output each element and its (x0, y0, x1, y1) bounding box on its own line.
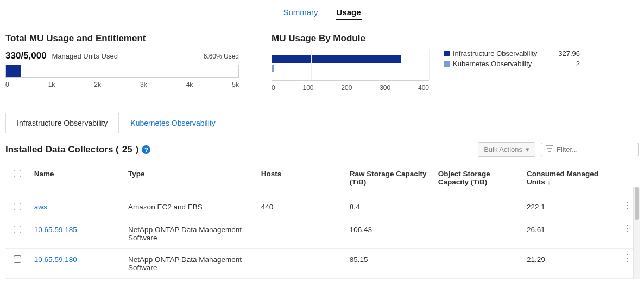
vertical-scrollbar[interactable] (633, 187, 640, 279)
col-obj[interactable]: Object Storage Capacity (TiB) (434, 164, 522, 196)
collector-raw: 106.43 (345, 219, 434, 249)
kebab-icon: ⋯ (625, 253, 630, 264)
filter-box[interactable] (541, 143, 639, 156)
filter-input[interactable] (557, 145, 634, 153)
swatch-icon (444, 61, 450, 67)
axis-tick: 200 (341, 84, 352, 92)
tab-usage[interactable]: Usage (336, 5, 362, 20)
filter-icon (546, 145, 553, 153)
collector-cmu: 26.61 (522, 219, 616, 249)
select-all-checkbox[interactable] (14, 170, 21, 177)
collectors-table-wrap: Name Type Hosts Raw Storage Capacity (Ti… (5, 164, 639, 279)
module-usage-bars (272, 50, 429, 81)
sub-tab-infrastructure[interactable]: Infrastructure Observability (5, 113, 119, 133)
total-usage-bar (5, 65, 239, 78)
table-row: aws Amazon EC2 and EBS 440 8.4 222.1 ⋯ (5, 196, 639, 219)
collector-cmu: 21.29 (522, 249, 616, 279)
axis-tick: 4k (186, 81, 193, 88)
collector-obj (434, 219, 522, 249)
axis-tick: 0 (272, 84, 275, 92)
collectors-title-suffix: ) (136, 144, 139, 155)
bulk-actions-label: Bulk Actions (484, 145, 522, 153)
collector-raw: 8.4 (345, 196, 434, 219)
module-usage-heading: MU Usage By Module (272, 33, 429, 44)
collector-type: NetApp ONTAP Data Management Software (124, 219, 257, 249)
col-type[interactable]: Type (124, 164, 257, 196)
module-usage-panel: MU Usage By Module 0 100 200 300 400 (272, 33, 429, 92)
axis-tick: 5k (232, 81, 239, 88)
sub-tab-kubernetes[interactable]: Kubernetes Observability (119, 113, 226, 133)
axis-tick: 100 (302, 84, 313, 92)
collector-hosts (257, 219, 345, 249)
scroll-thumb[interactable] (635, 187, 639, 220)
axis-tick: 300 (380, 84, 390, 92)
total-usage-axis: 0 1k 2k 3k 4k 5k (5, 81, 239, 88)
module-usage-axis: 0 100 200 300 400 (272, 84, 429, 92)
legend-label: Infrastructure Observability (453, 49, 537, 57)
total-usage-heading: Total MU Usage and Entitlement (5, 33, 239, 44)
legend-value: 2 (576, 60, 580, 68)
total-used-value: 330 (5, 50, 21, 61)
collector-name-link[interactable]: 10.65.59.185 (34, 226, 77, 234)
help-icon[interactable]: ? (142, 145, 150, 154)
collectors-count: 25 (122, 144, 132, 155)
collector-hosts (257, 249, 345, 279)
module-bar-k8s (272, 65, 274, 72)
swatch-icon (444, 51, 450, 56)
collector-raw: 85.15 (345, 249, 434, 279)
sub-tabs: Infrastructure Observability Kubernetes … (5, 112, 639, 133)
total-usage-panel: Total MU Usage and Entitlement 330/5,000… (5, 33, 239, 92)
module-legend: Infrastructure Observability 327.96 Kube… (444, 33, 639, 92)
legend-row-k8s: Kubernetes Observability 2 (444, 59, 580, 69)
axis-tick: 2k (94, 81, 101, 88)
module-bar-infra (272, 55, 401, 63)
total-limit-value: 5,000 (23, 50, 47, 61)
table-row: 10.65.59.180 NetApp ONTAP Data Managemen… (5, 249, 639, 279)
legend-row-infra: Infrastructure Observability 327.96 (444, 48, 580, 59)
row-checkbox[interactable] (14, 226, 21, 233)
collector-type: NetApp ONTAP Data Management Software (124, 249, 257, 279)
kebab-icon: ⋯ (625, 201, 630, 211)
collector-name-link[interactable]: aws (34, 203, 47, 211)
col-raw[interactable]: Raw Storage Capacity (TiB) (345, 164, 434, 196)
collector-cmu: 222.1 (522, 196, 616, 219)
col-hosts[interactable]: Hosts (257, 164, 345, 196)
collector-obj (434, 196, 522, 219)
row-checkbox[interactable] (14, 255, 21, 263)
collector-obj (434, 249, 522, 279)
kebab-icon: ⋯ (625, 223, 630, 234)
axis-tick: 0 (5, 81, 9, 88)
col-cmu[interactable]: Consumed Managed Units↓ (522, 164, 616, 196)
bulk-actions-button[interactable]: Bulk Actions ▾ (478, 142, 535, 157)
tab-summary[interactable]: Summary (282, 5, 319, 20)
axis-tick: 3k (140, 81, 147, 88)
axis-tick: 1k (48, 81, 55, 88)
top-tabs: Summary Usage (5, 4, 639, 23)
collector-name-link[interactable]: 10.65.59.180 (34, 255, 77, 264)
total-pct-label: 6.60% Used (204, 53, 239, 60)
chevron-down-icon: ▾ (526, 145, 529, 153)
legend-value: 327.96 (558, 49, 580, 57)
collectors-title: Installed Data Collectors (25) ? (5, 144, 150, 155)
sort-desc-icon: ↓ (547, 178, 551, 186)
total-units-label: Managed Units Used (52, 52, 118, 60)
col-name[interactable]: Name (30, 164, 124, 196)
table-row: 10.65.59.185 NetApp ONTAP Data Managemen… (5, 219, 639, 249)
collectors-title-prefix: Installed Data Collectors ( (5, 144, 119, 155)
collectors-table: Name Type Hosts Raw Storage Capacity (Ti… (5, 164, 639, 279)
collector-hosts: 440 (257, 196, 345, 219)
row-checkbox[interactable] (14, 203, 21, 210)
legend-label: Kubernetes Observability (453, 60, 532, 68)
axis-tick: 400 (418, 84, 429, 92)
collector-type: Amazon EC2 and EBS (124, 196, 257, 219)
